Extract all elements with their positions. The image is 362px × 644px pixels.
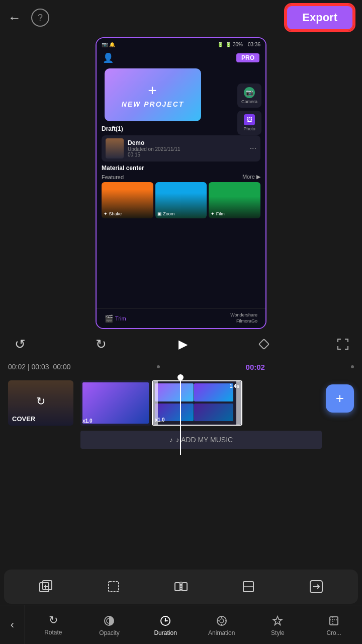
user-icon: 👤	[103, 52, 114, 63]
video-clip-1[interactable]: x1.0	[80, 380, 151, 426]
photo-icon: 🖼	[244, 114, 255, 125]
nav-items: ↻ Rotate Opacity Duration	[25, 613, 362, 636]
clip-1-content	[82, 382, 149, 424]
draft-info: Demo Updated on 2021/11/11 00:15	[128, 139, 246, 157]
svg-rect-6	[175, 583, 180, 591]
clip-2-frame-2	[194, 383, 233, 401]
phone-status-bar: 📷 🔔 🔋 🔋 30% 03:36	[97, 38, 265, 50]
material-title: Material center	[102, 165, 260, 172]
draft-options[interactable]: ···	[250, 144, 256, 153]
photo-button[interactable]: 🖼 Photo	[237, 111, 261, 135]
camera-icon: 📷	[244, 87, 255, 98]
draft-item[interactable]: Demo Updated on 2021/11/11 00:15 ···	[102, 135, 260, 162]
clip-2-speed: x1.0	[155, 417, 164, 423]
thumb-shake-label: ✦ Shake	[104, 211, 122, 216]
split-tool-button[interactable]	[169, 575, 193, 599]
replace-tool-button[interactable]	[304, 575, 328, 599]
ruler-start: 00:00	[53, 363, 70, 371]
trim-area[interactable]: 🎬 Trim	[105, 314, 126, 323]
crop-nav-icon	[328, 613, 340, 627]
music-icon: ♪	[169, 436, 173, 444]
brand-label: WondershareFilmoraGo	[230, 312, 257, 324]
new-project-label: NEW PROJECT	[122, 100, 185, 108]
cover-clip[interactable]: ↻ COVER	[8, 380, 73, 426]
thumbnails-row: ✦ Shake ▣ Zoom ✦ Film	[102, 182, 260, 218]
time-display: 00:02 | 00:03	[8, 363, 49, 371]
thumb-zoom[interactable]: ▣ Zoom	[155, 182, 207, 218]
plus-icon: +	[148, 82, 158, 99]
redo-button[interactable]: ↻	[91, 334, 111, 354]
clip-2-frame-1	[155, 383, 194, 401]
thumb-film-label: ✦ Film	[211, 211, 225, 216]
ruler-dot-1	[157, 365, 160, 368]
battery-percent: 🔋 30%	[225, 42, 243, 47]
phone-header: 👤 PRO	[97, 50, 265, 66]
undo-button[interactable]: ↺	[10, 334, 30, 354]
add-music-bar[interactable]: ♪ ♪ ADD MY MUSIC	[80, 431, 322, 449]
phone-mockup: 📷 🔔 🔋 🔋 30% 03:36 👤 PRO + NEW PROJECT 📷	[96, 37, 266, 329]
replace-icon	[308, 579, 324, 595]
back-button[interactable]: ←	[8, 10, 21, 26]
clip-2-handle-right[interactable]	[236, 381, 241, 425]
rotate-icon: ↻	[49, 614, 58, 627]
featured-header: Featured More ▶	[102, 174, 260, 180]
featured-more[interactable]: More ▶	[242, 174, 260, 180]
crop-icon	[106, 579, 122, 595]
opacity-svg	[103, 615, 115, 627]
animation-label: Animation	[208, 629, 235, 636]
pro-badge[interactable]: PRO	[236, 53, 259, 62]
animation-icon	[216, 613, 228, 627]
nav-rotate[interactable]: ↻ Rotate	[38, 614, 68, 636]
nav-opacity[interactable]: Opacity	[94, 613, 124, 636]
nav-back-button[interactable]: ‹	[0, 605, 25, 645]
clip-1-frame-1	[82, 382, 149, 424]
ruler-dot-2	[351, 365, 354, 368]
video-clip-2[interactable]: 1.4s x1.0	[152, 380, 242, 426]
nav-animation[interactable]: Animation	[207, 613, 237, 636]
duration-svg	[159, 615, 171, 627]
crop-nav-svg	[328, 615, 340, 627]
thumb-shake[interactable]: ✦ Shake	[102, 182, 153, 218]
battery-icon: 🔋	[217, 42, 223, 47]
draft-name: Demo	[128, 139, 246, 146]
svg-rect-5	[109, 582, 119, 592]
camera-label: Camera	[241, 99, 257, 104]
material-section: Material center Featured More ▶ ✦ Shake …	[97, 164, 265, 219]
export-button[interactable]: Export	[286, 5, 354, 31]
trim-tool-button[interactable]	[236, 575, 260, 599]
photo-label: Photo	[243, 126, 255, 131]
trim-icon	[240, 579, 256, 595]
nav-style[interactable]: Style	[262, 613, 293, 636]
time-ruler: 00:02 | 00:03 00:00 00:02	[0, 359, 362, 374]
nav-crop[interactable]: Cro...	[319, 613, 349, 636]
draft-date: Updated on 2021/11/11	[128, 146, 246, 152]
duration-label: Duration	[154, 629, 176, 636]
fullscreen-icon	[336, 337, 350, 351]
clip-2-frame-4	[194, 404, 233, 422]
nav-duration[interactable]: Duration	[150, 613, 180, 636]
phone-main: + NEW PROJECT 📷 Camera 🖼 Photo	[97, 68, 265, 121]
add-clip-button[interactable]: +	[326, 384, 354, 413]
opacity-icon	[103, 613, 115, 627]
trim-icon: 🎬	[105, 314, 113, 323]
help-button[interactable]: ?	[31, 9, 49, 27]
phone-bottom-bar: 🎬 Trim WondershareFilmoraGo	[97, 308, 265, 328]
thumb-film[interactable]: ✦ Film	[209, 182, 260, 218]
bottom-nav: ‹ ↻ Rotate Opacity	[0, 605, 362, 644]
play-button[interactable]: ▶	[172, 333, 194, 355]
new-project-banner[interactable]: + NEW PROJECT	[105, 68, 201, 121]
copy-tool-button[interactable]	[34, 575, 58, 599]
draft-header: Draft(1) More ▶	[102, 125, 260, 132]
draft-duration: 00:15	[128, 152, 246, 157]
ruler-track: 00:00 00:02	[53, 363, 354, 371]
top-bar-left: ← ?	[8, 9, 49, 27]
cover-rotate-icon: ↻	[36, 395, 45, 408]
camera-button[interactable]: 📷 Camera	[237, 84, 261, 108]
crop-tool-button[interactable]	[102, 575, 126, 599]
style-label: Style	[271, 629, 285, 636]
diamond-icon	[257, 337, 271, 351]
keyframe-button[interactable]	[255, 335, 273, 353]
clip-1-speed: x1.0	[82, 418, 92, 424]
fullscreen-button[interactable]	[334, 335, 352, 353]
status-left-icons: 📷 🔔	[102, 42, 115, 47]
